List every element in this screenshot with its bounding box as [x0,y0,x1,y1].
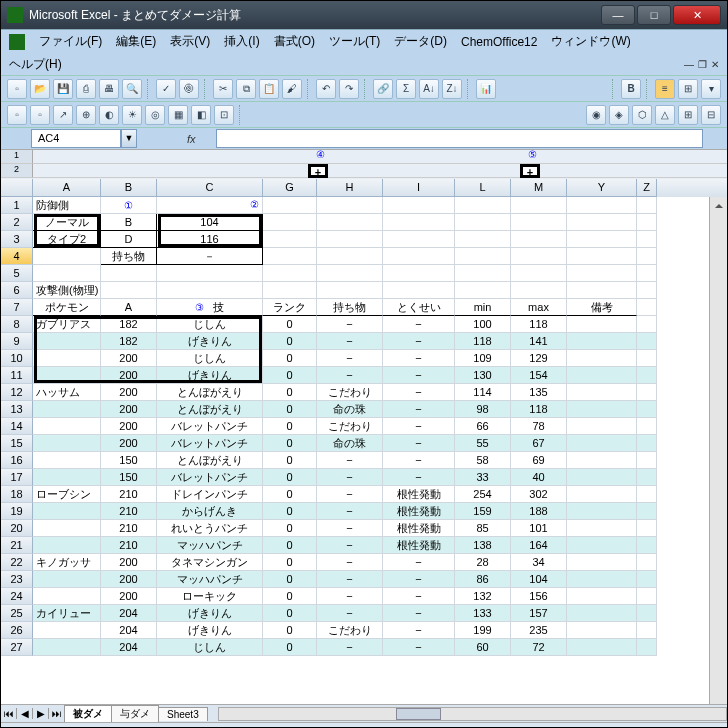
cell-Y2[interactable] [567,214,637,231]
cell-B11[interactable]: 200 [101,367,157,384]
row-header[interactable]: 7 [1,299,33,316]
cell-H2[interactable] [317,214,383,231]
cell-A8[interactable]: ガブリアス [33,316,101,333]
cell-M3[interactable] [511,231,567,248]
cell-A13[interactable] [33,401,101,418]
cell-A9[interactable] [33,333,101,350]
cell-I17[interactable]: − [383,469,455,486]
cell-A12[interactable]: ハッサム [33,384,101,401]
row-header[interactable]: 6 [1,282,33,299]
row-header[interactable]: 23 [1,571,33,588]
cell-H20[interactable]: − [317,520,383,537]
cell-G4[interactable] [263,248,317,265]
cell-L7[interactable]: min [455,299,511,316]
row-header[interactable]: 16 [1,452,33,469]
cell-B7[interactable]: A [101,299,157,316]
cell-A1[interactable]: 防御側 [33,197,101,214]
cell-A14[interactable] [33,418,101,435]
cell-B13[interactable]: 200 [101,401,157,418]
cell-I27[interactable]: − [383,639,455,656]
cell-C16[interactable]: とんぼがえり [157,452,263,469]
cell-C11[interactable]: げきりん [157,367,263,384]
cell-I2[interactable] [383,214,455,231]
cell-A27[interactable] [33,639,101,656]
minimize-button[interactable]: — [601,5,635,25]
tool-b-icon[interactable]: ▫ [30,105,50,125]
cell-I14[interactable]: − [383,418,455,435]
cell-M18[interactable]: 302 [511,486,567,503]
cell-L1[interactable] [455,197,511,214]
tab-ydame[interactable]: 与ダメ [111,705,159,722]
cell-B23[interactable]: 200 [101,571,157,588]
cell-B9[interactable]: 182 [101,333,157,350]
col-B[interactable]: B [101,179,157,197]
cell-G8[interactable]: 0 [263,316,317,333]
cell-G19[interactable]: 0 [263,503,317,520]
cut-icon[interactable]: ✂ [213,79,233,99]
tool-j-icon[interactable]: ⊡ [214,105,234,125]
cell-M27[interactable]: 72 [511,639,567,656]
cell-C23[interactable]: マッハパンチ [157,571,263,588]
cell-Y8[interactable] [567,316,637,333]
menu-window[interactable]: ウィンドウ(W) [551,33,630,50]
new-icon[interactable]: ▫ [7,79,27,99]
cell-M7[interactable]: max [511,299,567,316]
cell-G18[interactable]: 0 [263,486,317,503]
mdi-close-icon[interactable]: ✕ [711,59,719,70]
cell-Z2[interactable] [637,214,657,231]
cell-M20[interactable]: 101 [511,520,567,537]
cell-G25[interactable]: 0 [263,605,317,622]
cell-I9[interactable]: − [383,333,455,350]
cell-Y12[interactable] [567,384,637,401]
tool-i-icon[interactable]: ◧ [191,105,211,125]
row-header[interactable]: 3 [1,231,33,248]
cell-Z12[interactable] [637,384,657,401]
cell-M8[interactable]: 118 [511,316,567,333]
cell-Z8[interactable] [637,316,657,333]
cell-B3[interactable]: D [101,231,157,248]
cell-Z3[interactable] [637,231,657,248]
chem-c-icon[interactable]: ⬡ [632,105,652,125]
cell-H19[interactable]: − [317,503,383,520]
cell-M19[interactable]: 188 [511,503,567,520]
cell-B8[interactable]: 182 [101,316,157,333]
cell-H3[interactable] [317,231,383,248]
cell-L12[interactable]: 114 [455,384,511,401]
cell-H23[interactable]: − [317,571,383,588]
cell-Y22[interactable] [567,554,637,571]
cell-I21[interactable]: 根性発動 [383,537,455,554]
cell-L22[interactable]: 28 [455,554,511,571]
cell-L26[interactable]: 199 [455,622,511,639]
cell-B16[interactable]: 150 [101,452,157,469]
print-icon[interactable]: 🖶 [99,79,119,99]
row-header[interactable]: 18 [1,486,33,503]
cell-C19[interactable]: からげんき [157,503,263,520]
cell-C22[interactable]: タネマシンガン [157,554,263,571]
cell-Z18[interactable] [637,486,657,503]
tool-d-icon[interactable]: ⊕ [76,105,96,125]
cell-A22[interactable]: キノガッサ [33,554,101,571]
cell-Y4[interactable] [567,248,637,265]
outline-expand-5[interactable]: + [520,164,540,178]
cell-H25[interactable]: − [317,605,383,622]
outline-level-1[interactable]: 1 [1,150,33,164]
cell-G21[interactable]: 0 [263,537,317,554]
row-header[interactable]: 21 [1,537,33,554]
cell-A4[interactable] [33,248,101,265]
row-header[interactable]: 1 [1,197,33,214]
cell-M23[interactable]: 104 [511,571,567,588]
horizontal-scrollbar[interactable] [218,707,727,721]
cell-I4[interactable] [383,248,455,265]
cell-I23[interactable]: − [383,571,455,588]
row-header[interactable]: 4 [1,248,33,265]
cell-A3[interactable]: タイプ2 [33,231,101,248]
cell-I19[interactable]: 根性発動 [383,503,455,520]
cell-B14[interactable]: 200 [101,418,157,435]
cell-Z16[interactable] [637,452,657,469]
tab-prev-icon[interactable]: ◀ [17,708,33,719]
cell-Y3[interactable] [567,231,637,248]
cell-H16[interactable]: − [317,452,383,469]
cell-C15[interactable]: バレットパンチ [157,435,263,452]
tab-last-icon[interactable]: ⏭ [49,708,65,719]
cell-L10[interactable]: 109 [455,350,511,367]
